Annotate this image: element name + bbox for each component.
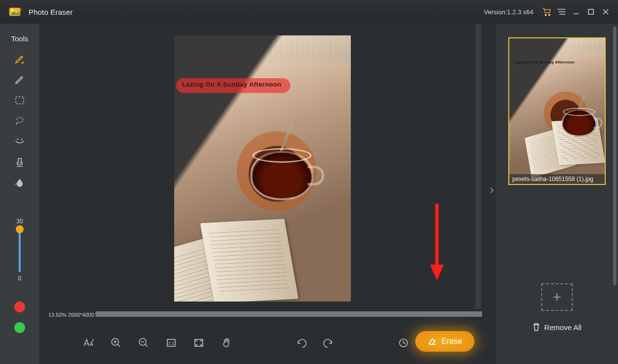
- svg-point-7: [21, 139, 22, 139]
- panel-scrollbar[interactable]: [613, 27, 617, 285]
- app-logo-icon: [9, 6, 23, 18]
- tools-panel: Tools 30 0: [0, 24, 39, 364]
- color-swatch-green[interactable]: [14, 322, 25, 333]
- title-bar: Photo Eraser Version:1.2.3 x64: [0, 0, 618, 24]
- tool-smile-lasso[interactable]: [10, 132, 30, 152]
- history-icon[interactable]: [396, 335, 411, 351]
- center-panel: Lazing On A Sunday Afternoon 13.50% 2666…: [39, 24, 496, 364]
- tool-pencil[interactable]: [10, 70, 30, 90]
- version-label: Version:1.2.3 x64: [484, 8, 533, 16]
- erase-button-label: Erase: [441, 337, 462, 346]
- add-image-dropzone[interactable]: +: [541, 283, 573, 311]
- tool-lasso[interactable]: [10, 111, 30, 131]
- hand-icon[interactable]: [218, 335, 234, 351]
- svg-point-2: [545, 14, 547, 16]
- tool-marquee-rect[interactable]: [10, 91, 30, 110]
- canvas-viewport[interactable]: Lazing On A Sunday Afternoon 13.50% 2666…: [41, 24, 486, 324]
- bottom-toolbar: 1:1 Erase: [39, 324, 496, 364]
- zoom-in-icon[interactable]: [108, 335, 124, 351]
- brush-size-slider[interactable]: 30 0: [16, 218, 23, 282]
- text-scale-icon[interactable]: [81, 335, 96, 351]
- zoom-info: 13.50% 2666*4000: [48, 312, 94, 318]
- trash-icon: [532, 323, 540, 332]
- tool-pencil-plus[interactable]: [10, 49, 30, 69]
- redo-icon[interactable]: [321, 335, 337, 351]
- horizontal-scrollbar[interactable]: [95, 311, 482, 317]
- svg-rect-4: [588, 9, 593, 14]
- minimize-icon[interactable]: [569, 4, 584, 19]
- brush-size-thumb[interactable]: [16, 225, 24, 233]
- brush-size-min: 0: [18, 275, 22, 282]
- undo-icon[interactable]: [293, 335, 309, 351]
- app-title: Photo Eraser: [29, 8, 73, 16]
- actual-size-icon[interactable]: 1:1: [163, 335, 179, 351]
- watermark-text: Lazing On A Sunday Afternoon: [182, 81, 281, 88]
- close-icon[interactable]: [598, 4, 613, 19]
- brush-size-track[interactable]: [19, 228, 21, 272]
- thumbnails-panel: Lazing On A Sunday Afternoon pexels-sali…: [496, 24, 618, 364]
- svg-point-6: [17, 139, 18, 139]
- svg-text:1:1: 1:1: [168, 341, 175, 346]
- add-image-plus-icon: +: [553, 289, 561, 305]
- svg-point-3: [549, 14, 550, 16]
- maximize-icon[interactable]: [584, 4, 598, 19]
- zoom-out-icon[interactable]: [136, 335, 152, 351]
- thumbnail-watermark-text: Lazing On A Sunday Afternoon: [514, 60, 575, 64]
- remove-all-button[interactable]: Remove All: [532, 323, 582, 332]
- edited-image[interactable]: Lazing On A Sunday Afternoon: [174, 35, 351, 302]
- tool-smudge[interactable]: [10, 173, 30, 193]
- fit-screen-icon[interactable]: [191, 335, 207, 351]
- svg-rect-5: [16, 97, 24, 104]
- eraser-icon: [428, 337, 436, 345]
- brush-size-value: 30: [16, 218, 23, 225]
- remove-all-label: Remove All: [544, 323, 582, 332]
- tools-title: Tools: [11, 34, 28, 43]
- tool-stamp[interactable]: [10, 152, 30, 172]
- erase-button[interactable]: Erase: [415, 331, 474, 352]
- color-swatch-red[interactable]: [14, 302, 25, 312]
- panel-expand-icon[interactable]: [489, 187, 494, 196]
- menu-icon[interactable]: [554, 4, 569, 19]
- cart-icon[interactable]: [539, 4, 554, 19]
- svg-point-1: [11, 9, 14, 12]
- thumbnail-item[interactable]: Lazing On A Sunday Afternoon pexels-sali…: [508, 37, 606, 185]
- thumbnail-filename: pexels-saliha-10651558 (1).jpg: [509, 174, 605, 184]
